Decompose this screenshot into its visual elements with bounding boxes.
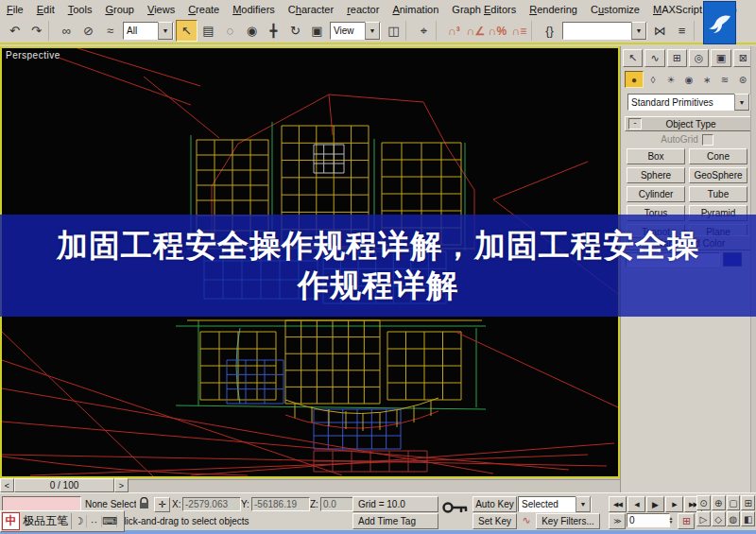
menu-file[interactable]: File <box>0 0 30 19</box>
bind-to-spacewarp-icon[interactable]: ≈ <box>99 20 121 42</box>
field-of-view-icon[interactable]: ▷ <box>696 511 711 526</box>
ime-fullwidth-icon[interactable]: ☽ <box>72 515 87 527</box>
category-systems-icon[interactable]: ⊛ <box>734 72 751 87</box>
subcategory-dropdown[interactable]: Standard Primitives ▼ <box>627 94 750 111</box>
reference-coordinate-dropdown[interactable]: View▼ <box>330 22 381 40</box>
autogrid-checkbox[interactable] <box>702 134 713 146</box>
rect-selection-region-icon[interactable]: ◌ <box>219 20 241 42</box>
object-type-rollout[interactable]: - Object Type <box>625 116 751 131</box>
object-type-button-cone[interactable]: Cone <box>689 148 747 164</box>
tab-hierarchy-icon[interactable]: ⊞ <box>667 49 687 67</box>
category-lights-icon[interactable]: ☀ <box>662 72 679 87</box>
object-type-button-geosphere[interactable]: GeoSphere <box>689 167 747 183</box>
set-key-button[interactable]: Set Key <box>472 513 517 529</box>
menu-tools[interactable]: Tools <box>61 0 99 19</box>
play-button[interactable]: ▶ <box>646 496 664 512</box>
zoom-icon[interactable]: ⊙ <box>696 495 711 510</box>
use-pivot-center-icon[interactable]: ◫ <box>383 20 404 42</box>
object-type-button-tube[interactable]: Tube <box>689 186 747 202</box>
next-frame-arrow[interactable]: > <box>114 478 129 492</box>
time-slider-thumb[interactable]: 0 / 100 <box>14 478 114 492</box>
selection-lock-icon[interactable] <box>139 497 149 509</box>
default-in-out-tangents-icon[interactable]: ∿ <box>519 513 534 527</box>
category-helpers-icon[interactable]: ∗ <box>698 72 715 87</box>
menu-group[interactable]: Group <box>98 0 141 19</box>
menu-rendering[interactable]: Rendering <box>523 0 584 19</box>
menu-reactor[interactable]: reactor <box>340 0 386 19</box>
unlink-selection-icon[interactable]: ⊘ <box>77 20 99 42</box>
select-move-icon[interactable]: ╋ <box>263 20 284 42</box>
category-cameras-icon[interactable]: ◉ <box>680 72 697 87</box>
object-type-button-cylinder[interactable]: Cylinder <box>627 186 685 202</box>
menu-modifiers[interactable]: Modifiers <box>226 0 282 19</box>
named-selection-dropdown[interactable]: ▼ <box>562 22 647 40</box>
tab-create-icon[interactable]: ↖ <box>623 49 643 67</box>
percent-snap-icon[interactable]: ∩% <box>487 20 508 42</box>
select-scale-icon[interactable]: ▣ <box>306 20 328 42</box>
ime-punctuation-icon[interactable]: ·· <box>87 516 102 527</box>
key-set-dropdown[interactable]: Selected ▼ <box>518 496 592 512</box>
prev-frame-arrow[interactable]: < <box>0 478 14 492</box>
menu-graph-editors[interactable]: Graph Editors <box>445 0 523 19</box>
chevron-down-icon[interactable]: ▼ <box>158 22 173 40</box>
select-rotate-icon[interactable]: ↻ <box>284 20 306 42</box>
x-coordinate-field[interactable]: -2579.063 <box>182 497 241 511</box>
menu-edit[interactable]: Edit <box>30 0 61 19</box>
category-geometry-icon[interactable]: ● <box>625 71 644 88</box>
window-crossing-icon[interactable]: ◉ <box>241 20 263 42</box>
y-coordinate-field[interactable]: -56186.19 <box>251 497 310 511</box>
prev-frame-button[interactable]: ◀ <box>627 496 645 512</box>
collapse-icon[interactable]: - <box>628 118 642 129</box>
spinner-snap-icon[interactable]: ∩≡ <box>508 20 530 42</box>
chevron-down-icon[interactable]: ▼ <box>734 94 749 111</box>
zoom-extents-all-icon[interactable]: ⊞ <box>741 495 755 510</box>
named-sets-icon[interactable]: {} <box>539 20 560 42</box>
auto-key-button[interactable]: Auto Key <box>472 496 517 512</box>
select-and-link-icon[interactable]: ∞ <box>56 20 77 42</box>
category-spacewarps-icon[interactable]: ≋ <box>716 72 733 87</box>
next-frame-button[interactable]: ▶ <box>665 496 683 512</box>
object-type-button-box[interactable]: Box <box>627 148 685 164</box>
tab-modify-icon[interactable]: ∿ <box>644 49 664 67</box>
zoom-all-icon[interactable]: ⊕ <box>712 495 726 510</box>
absolute-mode-toggle[interactable]: ✛ <box>154 497 170 512</box>
arc-rotate-icon[interactable]: ◍ <box>727 511 741 526</box>
add-time-tag[interactable]: Add Time Tag <box>352 513 438 529</box>
chevron-down-icon[interactable]: ▼ <box>576 496 591 512</box>
ime-name[interactable]: 极品五笔 <box>20 513 72 529</box>
tab-display-icon[interactable]: ▣ <box>711 49 730 67</box>
angle-snap-icon[interactable]: ∩∠ <box>465 20 487 42</box>
select-by-name-icon[interactable]: ▤ <box>198 20 219 42</box>
min-max-toggle-icon[interactable]: ◧ <box>741 511 755 526</box>
key-filters-button[interactable]: Key Filters... <box>536 513 600 529</box>
chevron-down-icon[interactable]: ▼ <box>365 22 380 40</box>
menu-maxscript[interactable]: MAXScript <box>646 0 709 19</box>
current-frame-field[interactable]: 0 <box>627 513 670 527</box>
ime-language-icon[interactable]: 中 <box>2 512 20 530</box>
ime-keyboard-icon[interactable]: ⌨ <box>102 515 117 527</box>
object-type-button-sphere[interactable]: Sphere <box>627 167 685 183</box>
snap-toggle-icon[interactable]: ∩³ <box>443 20 465 42</box>
tab-motion-icon[interactable]: ◎ <box>689 49 709 67</box>
select-manipulate-icon[interactable]: ⌖ <box>413 20 435 42</box>
set-keys-icon[interactable] <box>442 500 469 515</box>
menu-create[interactable]: Create <box>181 0 226 19</box>
frame-spinner[interactable]: ▲▼ <box>667 512 675 527</box>
time-configuration-icon[interactable]: ⊞ <box>678 513 695 529</box>
chevron-down-icon[interactable]: ▼ <box>631 22 646 40</box>
selection-filter-dropdown[interactable]: All▼ <box>123 22 174 40</box>
time-slider-track[interactable] <box>129 479 620 492</box>
redo-icon[interactable]: ↷ <box>26 20 47 42</box>
pan-icon[interactable]: ◇ <box>712 511 726 526</box>
category-shapes-icon[interactable]: ◊ <box>644 72 662 87</box>
align-icon[interactable]: ≡ <box>671 20 693 42</box>
mirror-icon[interactable]: ⋈ <box>649 20 671 42</box>
undo-icon[interactable]: ↶ <box>4 20 26 42</box>
zoom-extents-icon[interactable]: ▢ <box>727 495 741 510</box>
key-mode-toggle[interactable]: ≫ <box>609 513 626 529</box>
select-object-icon[interactable]: ↖ <box>176 20 198 42</box>
menu-animation[interactable]: Animation <box>386 0 445 19</box>
goto-start-button[interactable]: ◀◀ <box>609 496 627 512</box>
menu-customize[interactable]: Customize <box>584 0 646 19</box>
menu-views[interactable]: Views <box>141 0 181 19</box>
